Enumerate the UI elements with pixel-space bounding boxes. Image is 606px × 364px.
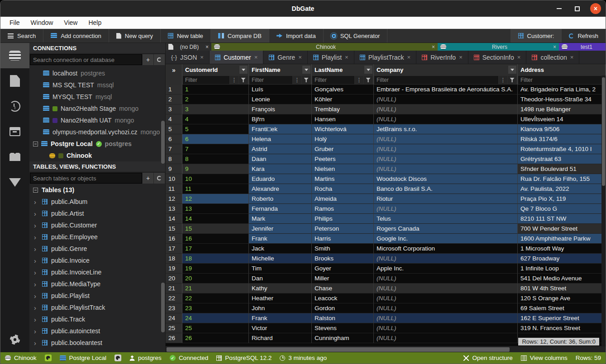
rail-files-button[interactable] — [0, 68, 29, 94]
cell-firstname[interactable]: Daan — [249, 154, 312, 164]
connection-item[interactable]: MS SQL TESTmssql — [29, 79, 165, 91]
cell-customerid[interactable]: 1 — [182, 85, 249, 95]
cell-lastname[interactable]: Peterson — [312, 224, 374, 234]
cell-address[interactable]: 700 W Pender Street — [518, 224, 606, 234]
filter-menu-icon[interactable]: ⋮ — [355, 76, 363, 84]
filter-input-customerid[interactable] — [183, 76, 229, 84]
cell-lastname[interactable]: Tremblay — [312, 104, 374, 114]
collapse-icon[interactable] — [33, 142, 38, 147]
chevron-right-icon[interactable]: › — [34, 280, 38, 288]
close-icon[interactable]: × — [254, 54, 258, 61]
cell-customerid[interactable]: 24 — [182, 313, 249, 323]
table-tree-item[interactable]: ›public.PlaylistTrack — [29, 302, 165, 313]
column-header-lastname[interactable]: LastName — [312, 64, 374, 76]
chevron-right-icon[interactable]: › — [34, 327, 38, 335]
cell-address[interactable]: Klanova 9/506 — [518, 124, 606, 134]
cell-address[interactable]: 1498 rue Bélanger — [518, 104, 606, 114]
chevron-down-icon[interactable] — [239, 66, 248, 74]
row-number[interactable]: 24 — [166, 313, 182, 323]
cell-firstname[interactable]: John — [249, 303, 312, 313]
cell-company[interactable]: (NULL) — [374, 303, 518, 313]
rail-connections-button[interactable] — [0, 43, 29, 68]
cell-lastname[interactable]: Nielsen — [312, 164, 374, 174]
connection-item[interactable]: Postgre Local✓postgres — [29, 138, 165, 150]
cell-address[interactable]: 541 Del Medio Avenue — [518, 274, 606, 284]
import-data-button[interactable]: Import data — [269, 29, 324, 43]
cell-firstname[interactable]: Roberto — [249, 194, 312, 204]
filter-input-firstname[interactable] — [249, 76, 292, 84]
cell-customerid[interactable]: 10 — [182, 174, 249, 184]
table-tree-item[interactable]: ›public.Album — [29, 196, 165, 208]
cell-company[interactable]: (NULL) — [374, 313, 518, 323]
cell-customerid[interactable]: 18 — [182, 254, 249, 264]
close-icon[interactable]: × — [459, 54, 463, 61]
compare-db-button[interactable]: Compare DB — [211, 29, 269, 43]
row-number[interactable]: 22 — [166, 293, 182, 303]
connection-item[interactable]: Chinook — [29, 150, 165, 161]
tab-customer[interactable]: Customer× — [210, 51, 263, 64]
cell-firstname[interactable]: Jennifer — [249, 224, 312, 234]
cell-address[interactable]: Rilská 3174/6 — [518, 134, 606, 144]
rail-archive-button[interactable] — [0, 119, 29, 144]
column-header-customerid[interactable]: CustomerId — [182, 64, 249, 76]
cell-lastname[interactable]: Hansen — [312, 114, 374, 124]
cell-firstname[interactable]: Michelle — [249, 254, 312, 264]
table-tree-item[interactable]: ›public.Employee — [29, 231, 165, 243]
filter-menu-icon[interactable]: ⋮ — [499, 76, 507, 84]
cell-address[interactable]: 627 Broadway — [518, 254, 606, 264]
cell-address[interactable]: 120 S Orange Ave — [518, 293, 606, 303]
cell-customerid[interactable]: 21 — [182, 284, 249, 293]
row-number[interactable]: 9 — [166, 164, 182, 174]
cell-lastname[interactable]: Brooks — [312, 254, 374, 264]
cell-company[interactable]: (NULL) — [374, 293, 518, 303]
cell-firstname[interactable]: Helena — [249, 134, 312, 144]
cell-company[interactable]: (NULL) — [374, 284, 518, 293]
cell-lastname[interactable]: Köhler — [312, 95, 374, 104]
cell-customerid[interactable]: 19 — [182, 264, 249, 274]
search-button[interactable]: Search — [0, 29, 43, 43]
cell-company[interactable]: (NULL) — [374, 333, 518, 343]
tab-genre[interactable]: Genre× — [263, 51, 308, 64]
reload-connections-button[interactable] — [154, 54, 165, 65]
rail-history-button[interactable] — [0, 94, 29, 119]
cell-lastname[interactable]: Miller — [312, 274, 374, 284]
cell-company[interactable]: Riotur — [374, 194, 518, 204]
close-icon[interactable]: × — [570, 54, 574, 61]
close-icon[interactable]: × — [345, 54, 348, 61]
cell-company[interactable]: Rogers Canada — [374, 224, 518, 234]
cell-firstname[interactable]: Tim — [249, 264, 312, 274]
row-number[interactable]: 21 — [166, 284, 182, 293]
cell-address[interactable]: Rua Dr. Falcão Filho, 155 — [518, 174, 606, 184]
sql-generator-button[interactable]: SQL Generator — [324, 29, 388, 43]
vertical-scrollbar-handle[interactable] — [602, 77, 605, 186]
cell-lastname[interactable]: Almeida — [312, 194, 374, 204]
chevron-right-icon[interactable]: › — [34, 222, 38, 229]
cell-address[interactable]: 319 N. Frances Street — [518, 323, 606, 333]
cell-lastname[interactable]: Philips — [312, 214, 374, 224]
cell-company[interactable]: Banco do Brasil S.A. — [374, 184, 518, 194]
cell-lastname[interactable]: Cunningham — [312, 333, 374, 343]
cell-address[interactable]: Av. Brigadeiro Faria Lima, 2 — [518, 85, 606, 95]
tab-playlist[interactable]: Playlist× — [308, 51, 354, 64]
cell-address[interactable]: Sřnder Boulevard 51 — [518, 164, 606, 174]
column-header-address[interactable]: Address — [518, 64, 606, 76]
cell-lastname[interactable]: Stevens — [312, 323, 374, 333]
table-tree-item[interactable]: ›public.MediaType — [29, 278, 165, 290]
cell-customerid[interactable]: 22 — [182, 293, 249, 303]
cell-firstname[interactable]: Heather — [249, 293, 312, 303]
cell-address[interactable]: Grétrystraat 63 — [518, 154, 606, 164]
cell-company[interactable]: (NULL) — [374, 323, 518, 333]
cell-address[interactable]: Rotenturmstraße 4, 1010 I — [518, 144, 606, 154]
row-number[interactable]: 13 — [166, 204, 182, 214]
chevron-down-icon[interactable] — [364, 66, 372, 74]
cell-company[interactable]: Google Inc. — [374, 234, 518, 244]
close-icon[interactable]: × — [298, 54, 302, 61]
menu-file[interactable]: File — [5, 18, 24, 27]
cell-company[interactable]: (NULL) — [374, 104, 518, 114]
funnel-icon[interactable] — [302, 76, 310, 84]
cell-lastname[interactable]: Holý — [312, 134, 374, 144]
cell-firstname[interactable]: Franti□ek — [249, 124, 312, 134]
cell-customerid[interactable]: 6 — [182, 134, 249, 144]
minimize-button[interactable] — [554, 4, 564, 14]
refresh-button[interactable]: Refresh — [561, 29, 606, 43]
